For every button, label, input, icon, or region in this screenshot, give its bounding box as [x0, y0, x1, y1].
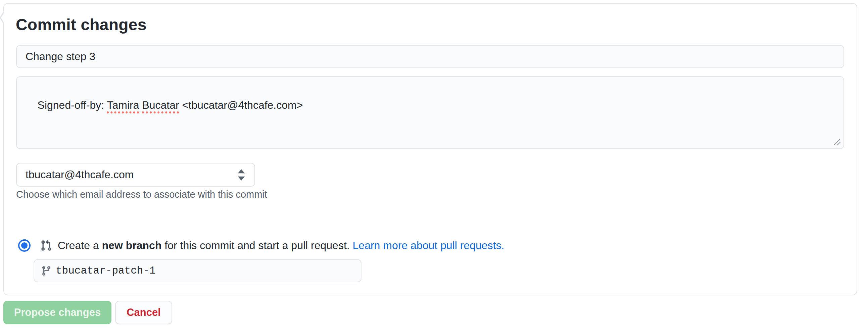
new-branch-bold-text: new branch — [102, 239, 162, 251]
cancel-button[interactable]: Cancel — [115, 301, 172, 324]
commit-description-textarea[interactable]: Signed-off-by: Tamira Bucatar <tbucatar@… — [16, 76, 844, 149]
page-title: Commit changes — [16, 16, 147, 34]
propose-changes-button[interactable]: Propose changes — [3, 301, 112, 324]
resize-grip-icon[interactable] — [833, 138, 841, 146]
new-branch-option-row: Create a new branch for this commit and … — [18, 239, 504, 252]
form-actions: Propose changes Cancel — [3, 301, 172, 324]
radio-dot — [21, 242, 28, 249]
git-pull-request-icon — [40, 240, 52, 251]
up-down-caret-icon — [236, 168, 246, 182]
misspelled-word: Bucatar — [142, 99, 179, 111]
new-branch-radio[interactable] — [18, 239, 31, 252]
misspelled-word: Tamira — [107, 99, 139, 111]
commit-email-select[interactable]: tbucatar@4thcafe.com — [16, 163, 255, 187]
git-branch-icon — [41, 266, 52, 276]
learn-more-link[interactable]: Learn more about pull requests. — [353, 239, 504, 251]
description-text: <tbucatar@4thcafe.com> — [179, 99, 303, 111]
branch-name-input[interactable] — [56, 265, 344, 277]
new-branch-option-label: Create a new branch for this commit and … — [58, 239, 504, 252]
selected-email: tbucatar@4thcafe.com — [26, 169, 133, 181]
commit-summary-input[interactable] — [16, 45, 844, 68]
card-caret-icon-fill — [1, 12, 5, 24]
description-text: Signed-off-by: — [38, 99, 107, 111]
commit-changes-page: Commit changes Signed-off-by: Tamira Buc… — [0, 0, 868, 335]
email-helper-text: Choose which email address to associate … — [16, 189, 267, 200]
branch-name-field[interactable] — [34, 259, 362, 282]
